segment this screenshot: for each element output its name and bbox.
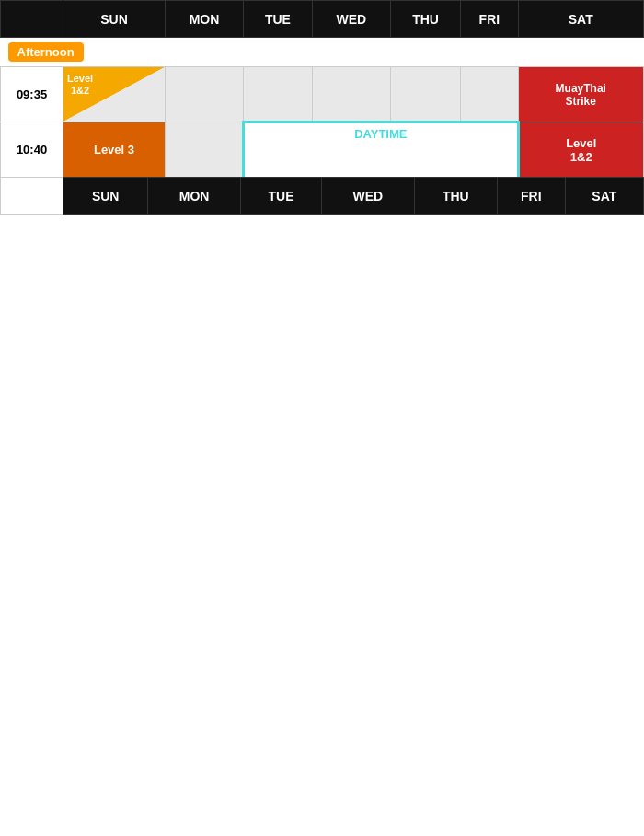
cell-0935-fri (461, 67, 518, 122)
row-0935: 09:35 Level1&2 MuayThaiStrike (1, 67, 644, 122)
cell-0935-wed (312, 67, 390, 122)
h-wed: WED (322, 178, 415, 215)
corner-cell2 (1, 178, 63, 215)
header-tue: TUE (244, 1, 313, 38)
cell-1040-sat: Level1&2 (518, 122, 643, 178)
afternoon-label: Afternoon (8, 42, 84, 62)
daytime-label-cell: DAYTIME (244, 122, 518, 178)
afternoon-section-row: Afternoon (1, 38, 644, 67)
header-fri: FRI (461, 1, 518, 38)
header-sat: SAT (518, 1, 643, 38)
cell-0935-mon (165, 67, 243, 122)
corner-cell (1, 1, 63, 38)
header-thu: THU (390, 1, 460, 38)
h-tue: TUE (240, 178, 321, 215)
header-wed: WED (312, 1, 390, 38)
cell-0935-sun: Level1&2 (63, 67, 166, 122)
header-sun: SUN (63, 1, 166, 38)
time-1040: 10:40 (1, 122, 63, 178)
cell-1040-sun: Level 3 (63, 122, 166, 178)
h-thu: THU (414, 178, 497, 215)
h-sat: SAT (565, 178, 643, 215)
h-sun: SUN (63, 178, 148, 215)
cell-1040-mon (165, 122, 243, 178)
cell-0935-thu (390, 67, 460, 122)
h-fri: FRI (497, 178, 565, 215)
cell-0935-sat: MuayThaiStrike (518, 67, 643, 122)
time-0935: 09:35 (1, 67, 63, 122)
h-mon: MON (148, 178, 241, 215)
cell-0935-tue (244, 67, 313, 122)
header-mon: MON (165, 1, 243, 38)
row-1040: 10:40 Level 3 DAYTIME Level1&2 (1, 122, 644, 178)
